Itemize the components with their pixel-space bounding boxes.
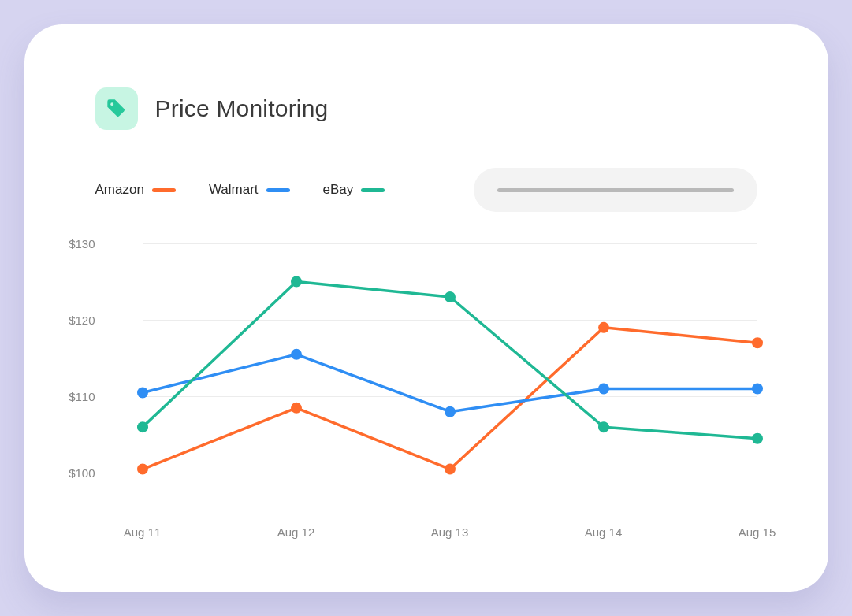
legend-swatch	[266, 188, 290, 192]
legend-swatch	[152, 188, 176, 192]
data-point[interactable]	[291, 349, 302, 360]
data-point[interactable]	[445, 464, 456, 475]
x-tick: Aug 14	[585, 525, 623, 539]
data-point[interactable]	[137, 387, 148, 398]
data-point[interactable]	[752, 384, 763, 395]
data-point[interactable]	[598, 421, 609, 432]
y-tick: $110	[58, 390, 95, 403]
y-tick: $120	[58, 314, 95, 327]
card-header: Price Monitoring	[95, 87, 757, 130]
filter-placeholder-line	[497, 188, 734, 192]
legend-label: Walmart	[209, 182, 259, 198]
data-point[interactable]	[445, 406, 456, 417]
x-tick: Aug 15	[739, 525, 776, 539]
page-title: Price Monitoring	[155, 95, 329, 122]
legend-item-walmart[interactable]: Walmart	[209, 182, 290, 198]
data-point[interactable]	[291, 276, 302, 288]
data-point[interactable]	[598, 322, 609, 333]
legend-item-amazon[interactable]: Amazon	[95, 182, 176, 198]
data-point[interactable]	[598, 384, 609, 395]
series-line-walmart	[143, 354, 757, 412]
price-tag-icon	[95, 87, 138, 130]
price-monitoring-card: Price Monitoring Amazon Walmart eBay $13…	[24, 24, 828, 592]
controls-row: Amazon Walmart eBay	[95, 168, 757, 212]
filter-control[interactable]	[474, 168, 757, 212]
svg-point-0	[110, 102, 113, 106]
plot-area	[143, 243, 757, 511]
chart-legend: Amazon Walmart eBay	[95, 182, 385, 198]
legend-item-ebay[interactable]: eBay	[323, 182, 385, 198]
y-tick: $130	[58, 237, 95, 250]
data-point[interactable]	[752, 433, 763, 444]
data-point[interactable]	[137, 464, 148, 475]
data-point[interactable]	[445, 291, 456, 302]
series-line-amazon	[143, 328, 757, 469]
legend-label: Amazon	[95, 182, 144, 198]
x-tick: Aug 13	[431, 525, 469, 539]
x-axis: Aug 11 Aug 12 Aug 13 Aug 14 Aug 15	[143, 519, 757, 543]
x-tick: Aug 12	[277, 525, 315, 539]
legend-swatch	[361, 188, 385, 192]
price-chart: $130 $120 $110 $100 Aug 11 Aug 12 Aug 13…	[95, 243, 757, 543]
data-point[interactable]	[752, 337, 763, 348]
data-point[interactable]	[137, 421, 148, 432]
legend-label: eBay	[323, 182, 354, 198]
chart-lines	[143, 243, 757, 511]
y-tick: $100	[58, 466, 95, 480]
data-point[interactable]	[291, 403, 302, 414]
x-tick: Aug 11	[124, 525, 162, 539]
